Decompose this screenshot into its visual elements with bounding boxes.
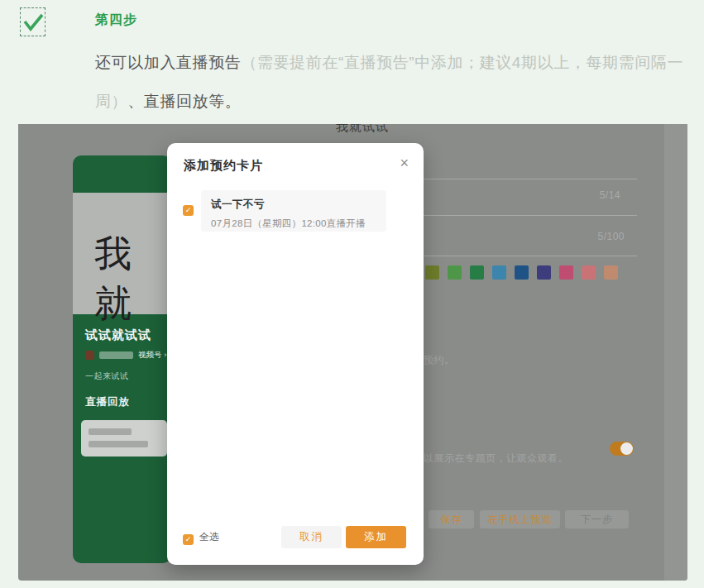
account-name: 试试就试试 xyxy=(85,327,151,343)
account-subtitle: 一起来试试 xyxy=(85,370,129,382)
chevron-right-icon: › xyxy=(164,350,166,359)
save-button[interactable]: 保存 xyxy=(429,510,474,528)
field-divider xyxy=(424,179,637,179)
channel-link[interactable]: 视频号 › xyxy=(138,350,166,361)
cover-text: 我就 xyxy=(94,229,171,328)
account-row: 视频号 › xyxy=(85,350,168,360)
checkmark-icon xyxy=(22,12,44,33)
color-swatch[interactable] xyxy=(537,265,551,280)
reservation-time: 07月28日（星期四）12:00直播开播 xyxy=(211,218,376,230)
field-divider xyxy=(424,256,637,256)
phone-preview: 我就 试试就试试 视频号 › 一起来试试 直播回放 xyxy=(73,155,171,563)
cover-image-area: 我就 xyxy=(73,193,171,314)
replay-section-title: 直播回放 xyxy=(85,395,130,409)
cancel-button[interactable]: 取消 xyxy=(281,526,342,548)
next-step-button[interactable]: 下一步 xyxy=(565,510,629,528)
step-check-icon xyxy=(20,7,45,36)
redacted-line xyxy=(89,441,148,447)
close-icon[interactable]: × xyxy=(400,155,409,170)
step-body-tail: 、直播回放等。 xyxy=(127,93,241,110)
color-swatch-row xyxy=(425,265,618,280)
page-gutter xyxy=(664,124,687,581)
color-swatch[interactable] xyxy=(604,265,618,280)
modal-title: 添加预约卡片 xyxy=(184,158,263,174)
color-swatch[interactable] xyxy=(425,265,439,280)
select-all-label: 全选 xyxy=(199,530,219,544)
toggle-knob xyxy=(620,442,633,455)
select-all-checkbox[interactable]: ✓ xyxy=(183,534,194,545)
color-swatch[interactable] xyxy=(492,265,506,280)
color-swatch[interactable] xyxy=(448,265,462,280)
hint-text-partial: 预约。 xyxy=(424,353,455,367)
reservation-title: 试一下不亏 xyxy=(211,198,376,212)
embedded-screenshot: 我就试试 5/14 5/100 预约。 以展示在专题页，让观众观看。 保存 在手… xyxy=(18,124,687,581)
page-title-clipped: 我就试试 xyxy=(336,124,443,144)
color-swatch[interactable] xyxy=(515,265,529,280)
display-note: 以展示在专题页，让观众观看。 xyxy=(424,452,568,466)
add-button[interactable]: 添加 xyxy=(346,526,406,548)
check-icon: ✓ xyxy=(185,207,192,214)
step-title: 第四步 xyxy=(95,12,137,29)
avatar xyxy=(85,351,94,360)
add-reservation-modal: 添加预约卡片 × ✓ 试一下不亏 07月28日（星期四）12:00直播开播 ✓ … xyxy=(167,143,424,565)
step-body: 还可以加入直播预告（需要提前在“直播预告”中添加；建议4期以上，每期需间隔一周）… xyxy=(95,43,687,121)
field-divider xyxy=(424,215,637,216)
item-checkbox[interactable]: ✓ xyxy=(183,205,194,216)
redacted-line xyxy=(89,428,132,435)
check-icon: ✓ xyxy=(185,536,192,543)
step-body-main: 还可以加入直播预告 xyxy=(95,54,241,71)
desc-char-counter: 5/100 xyxy=(597,231,625,242)
color-swatch[interactable] xyxy=(582,265,596,280)
display-toggle[interactable] xyxy=(610,442,634,456)
color-swatch[interactable] xyxy=(559,265,573,280)
redacted-username xyxy=(99,351,133,359)
reservation-item[interactable]: 试一下不亏 07月28日（星期四）12:00直播开播 xyxy=(201,190,386,232)
color-swatch[interactable] xyxy=(470,265,484,280)
replay-card xyxy=(81,420,167,457)
title-char-counter: 5/14 xyxy=(600,189,620,201)
preview-on-phone-button[interactable]: 在手机上预览 xyxy=(480,510,560,528)
